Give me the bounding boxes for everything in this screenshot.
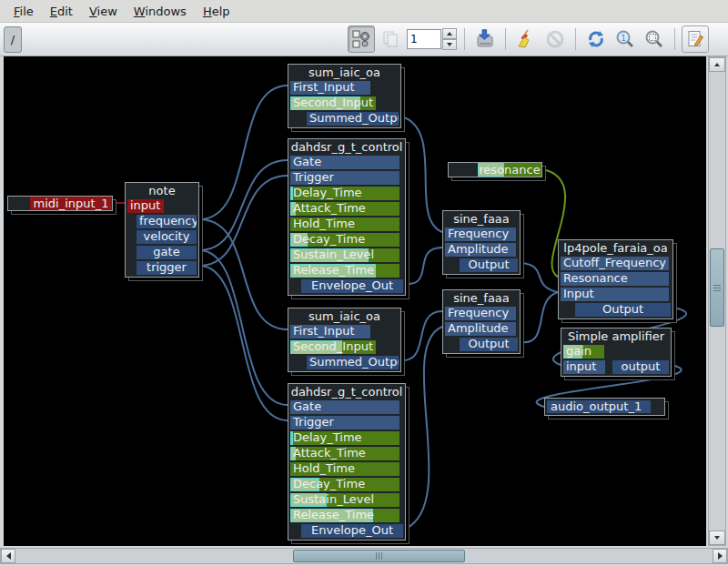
port-amplitude[interactable]: Amplitude [445, 322, 516, 336]
wire-sine_faaa_2.Output-to-lp4pole_faraia_oa.Input[interactable] [521, 292, 558, 342]
port-trigger[interactable]: trigger [136, 261, 197, 275]
menu-file[interactable]: File [5, 2, 42, 21]
port-summed_output[interactable]: Summed_Output [307, 356, 399, 369]
port-midi_input_1[interactable]: midi_input_1 [30, 197, 112, 210]
port-frequency[interactable]: Frequency [445, 227, 516, 241]
spin-down-button[interactable] [442, 39, 457, 50]
menu-windows[interactable]: Windows [126, 2, 195, 21]
node-lp4pole_faraia_oa[interactable]: lp4pole_faraia_oaCutoff_FrequencyResonan… [558, 239, 673, 319]
port-sustain_level[interactable]: Sustain_Level [290, 248, 399, 262]
port-output[interactable]: Output [460, 258, 518, 272]
zoom-actual-button[interactable]: 1 [612, 25, 639, 53]
port-resonance[interactable]: Resonance [561, 272, 669, 286]
port-frequency[interactable]: frequency [136, 215, 197, 228]
menu-edit[interactable]: Edit [42, 2, 81, 21]
port-hold_time[interactable]: Hold_Time [290, 462, 399, 476]
port-gain[interactable]: gain [563, 345, 604, 359]
node-simple_amplifier[interactable]: Simple amplifiergaininputoutput [561, 328, 672, 377]
port-decay_time[interactable]: Decay_Time [290, 478, 399, 491]
wire-sum_iaic_oa_2.Summed_Output-to-sine_faaa_2.Frequency[interactable] [401, 311, 442, 360]
node-sum_iaic_oa_2[interactable]: sum_iaic_oaFirst_InputSecond_InputSummed… [288, 308, 401, 372]
page-spinbox-input[interactable] [407, 29, 441, 49]
port-release_time[interactable]: Release_Time [290, 264, 399, 278]
wire-dahdsr_g_t_control_2.Envelope_Out-to-sine_faaa_2.Amplitude[interactable] [406, 327, 442, 529]
port-input[interactable]: input [127, 199, 164, 213]
current-path-button[interactable]: / [4, 26, 22, 53]
zoom-fit-button[interactable] [641, 25, 668, 53]
wire-note.gate-to-dahdsr_g_t_control_1.Gate[interactable] [199, 160, 288, 250]
port-cutoff_frequency[interactable]: Cutoff_Frequency [561, 257, 669, 270]
scroll-left-button[interactable] [1, 549, 15, 563]
port-decay_time[interactable]: Decay_Time [290, 233, 399, 247]
horizontal-scrollbar[interactable] [0, 548, 728, 564]
port-delay_time[interactable]: Delay_Time [290, 431, 399, 445]
node-sine_faaa_2[interactable]: sine_faaaFrequencyAmplitudeOutput [442, 289, 521, 354]
node-title: dahdsr_g_t_control [288, 384, 405, 399]
port-audio_output_1[interactable]: audio_output_1 [547, 400, 651, 413]
clean-button[interactable] [512, 25, 540, 53]
port-envelope_out[interactable]: Envelope_Out [301, 279, 403, 293]
node-sum_iaic_oa_1[interactable]: sum_iaic_oaFirst_InputSecond_InputSummed… [288, 64, 401, 128]
port-second_input[interactable]: Second_Input [290, 340, 376, 354]
port-sustain_level[interactable]: Sustain_Level [290, 493, 399, 507]
port-resonance[interactable]: resonance [478, 163, 541, 177]
wire-sum_iaic_oa_1.Summed_Output-to-sine_faaa_1.Frequency[interactable] [401, 116, 442, 232]
wire-note.frequency-to-sum_iaic_oa_2.First_Input[interactable] [199, 219, 288, 329]
wire-dahdsr_g_t_control_1.Envelope_Out-to-sine_faaa_1.Amplitude[interactable] [406, 248, 442, 284]
port-label: Hold_Time [290, 217, 399, 230]
port-label: Attack_Time [290, 202, 399, 215]
vertical-scroll-thumb[interactable] [710, 248, 724, 327]
port-gate[interactable]: Gate [290, 156, 399, 169]
port-first_input[interactable]: First_Input [290, 325, 370, 339]
node-audio_output_1[interactable]: audio_output_1 [544, 398, 665, 416]
port-attack_time[interactable]: Attack_Time [290, 447, 399, 460]
node-sine_faaa_1[interactable]: sine_faaaFrequencyAmplitudeOutput [442, 210, 521, 275]
block-button[interactable] [541, 25, 569, 53]
wire-note.frequency-to-sum_iaic_oa_1.First_Input[interactable] [199, 86, 288, 219]
spin-up-button[interactable] [442, 28, 457, 39]
port-amplitude[interactable]: Amplitude [445, 243, 516, 257]
scroll-down-button[interactable] [709, 531, 725, 545]
node-resonance[interactable]: resonance [448, 162, 542, 177]
port-trigger[interactable]: Trigger [290, 416, 399, 430]
horizontal-scroll-thumb[interactable] [293, 550, 465, 562]
port-row: inputoutput [563, 360, 669, 374]
port-output[interactable]: output [612, 360, 669, 374]
port-gate[interactable]: Gate [290, 400, 399, 414]
node-dahdsr_g_t_control_2[interactable]: dahdsr_g_t_controlGateTriggerDelay_TimeA… [288, 383, 406, 541]
port-frequency[interactable]: Frequency [445, 307, 516, 320]
menu-view[interactable]: View [81, 2, 126, 21]
node-midi_input_1[interactable]: midi_input_1 [7, 196, 113, 211]
port-output[interactable]: Output [460, 338, 518, 351]
save-button[interactable] [471, 25, 499, 53]
refresh-button[interactable] [582, 25, 610, 53]
port-envelope_out[interactable]: Envelope_Out [301, 524, 403, 538]
port-summed_output[interactable]: Summed_Output [307, 112, 399, 126]
wire-note.trigger-to-dahdsr_g_t_control_2.Trigger[interactable] [199, 266, 288, 420]
port-input[interactable]: input [563, 360, 605, 374]
patch-canvas[interactable]: midi_input_1noteinputfrequencyvelocityga… [4, 56, 706, 546]
edit-notes-button[interactable] [682, 25, 709, 53]
node-dahdsr_g_t_control_1[interactable]: dahdsr_g_t_controlGateTriggerDelay_TimeA… [288, 138, 406, 296]
port-delay_time[interactable]: Delay_Time [290, 187, 399, 200]
menu-help[interactable]: Help [195, 2, 238, 21]
wire-note.trigger-to-dahdsr_g_t_control_1.Trigger[interactable] [199, 176, 288, 266]
node-note[interactable]: noteinputfrequencyvelocitygatetrigger [125, 182, 199, 278]
port-output[interactable]: Output [575, 303, 671, 317]
port-first_input[interactable]: First_Input [290, 81, 370, 95]
module-palette-button[interactable] [348, 25, 375, 53]
port-input[interactable]: Input [561, 288, 669, 301]
scroll-up-button[interactable] [709, 57, 725, 72]
port-second_input[interactable]: Second_Input [290, 96, 376, 110]
vertical-scrollbar[interactable] [708, 56, 726, 546]
copy-button[interactable] [377, 25, 404, 53]
port-release_time[interactable]: Release_Time [290, 509, 399, 522]
port-velocity[interactable]: velocity [136, 230, 197, 244]
scroll-right-button[interactable] [713, 549, 727, 563]
broom-icon [515, 28, 537, 50]
port-trigger[interactable]: Trigger [290, 171, 399, 185]
port-attack_time[interactable]: Attack_Time [290, 202, 399, 216]
port-gate[interactable]: gate [136, 246, 197, 259]
port-label: Delay_Time [290, 431, 399, 444]
port-hold_time[interactable]: Hold_Time [290, 217, 399, 231]
